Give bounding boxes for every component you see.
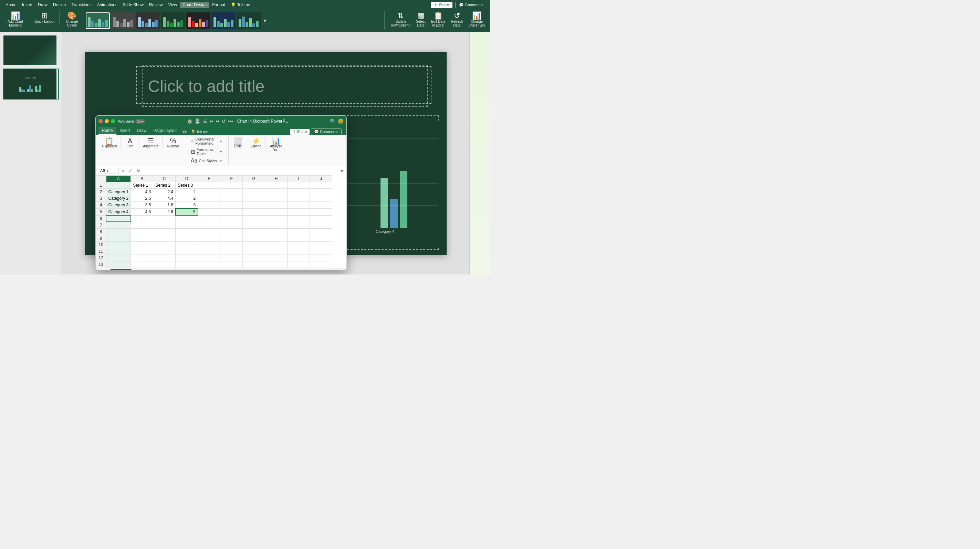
chart-style-6[interactable] (212, 13, 235, 29)
formula-cancel-icon[interactable]: ✕ (120, 168, 126, 173)
cell-e10[interactable] (198, 242, 220, 248)
chart-style-5[interactable] (186, 13, 210, 29)
cell-i5[interactable] (288, 208, 310, 215)
cell-e8[interactable] (198, 228, 220, 235)
cell-h6[interactable] (265, 215, 288, 222)
cell-g1[interactable] (243, 182, 265, 189)
cell-f3[interactable] (220, 195, 243, 202)
col-header-b[interactable]: B (131, 176, 153, 182)
excel-tab-draw[interactable]: Draw (134, 127, 150, 135)
cell-h9[interactable] (265, 235, 288, 242)
cell-c7[interactable] (153, 222, 176, 228)
add-sheet-button[interactable]: + (132, 270, 137, 271)
cell-j8[interactable] (310, 228, 332, 235)
cell-j3[interactable] (310, 195, 332, 202)
cell-f13[interactable] (220, 261, 243, 267)
col-header-a[interactable]: A (106, 176, 131, 182)
menu-tell-me[interactable]: 💡 Tell me (228, 2, 253, 8)
cell-h3[interactable] (265, 195, 288, 202)
cell-b5[interactable]: 4.5 (131, 208, 153, 215)
ppt-comments-button[interactable]: 💬 Comments (455, 2, 487, 8)
cell-b11[interactable] (131, 248, 153, 255)
cell-c9[interactable] (153, 235, 176, 242)
cell-d6[interactable] (176, 215, 198, 222)
slide-thumb-2[interactable]: 2 Chart Title (3, 68, 59, 100)
close-button[interactable] (99, 119, 103, 123)
emoji-excel-icon[interactable]: 😊 (338, 118, 344, 124)
menu-review[interactable]: Review (146, 2, 165, 8)
undo-icon[interactable]: ↩ (209, 118, 213, 124)
home-icon[interactable]: 🏠 (187, 118, 192, 124)
col-header-f[interactable]: F (220, 176, 243, 182)
cell-f2[interactable] (220, 189, 243, 195)
cell-g4[interactable] (243, 202, 265, 209)
cell-j12[interactable] (310, 255, 332, 261)
chart-style-2[interactable] (111, 13, 135, 29)
clipboard-button[interactable]: 📋 Clipboard (100, 136, 119, 149)
alignment-button[interactable]: ☰ Alignment (141, 136, 160, 149)
cell-h11[interactable] (265, 248, 288, 255)
cell-e3[interactable] (198, 195, 220, 202)
cell-i10[interactable] (288, 242, 310, 248)
cell-e5[interactable] (198, 208, 220, 215)
add-chart-element-button[interactable]: 📊 Add ChartElement (5, 11, 25, 28)
cell-i13[interactable] (288, 261, 310, 267)
cell-j6[interactable] (310, 215, 332, 222)
col-header-d[interactable]: D (176, 176, 198, 182)
cell-g11[interactable] (243, 248, 265, 255)
excel-tab-home[interactable]: Home (99, 127, 116, 135)
cell-c5[interactable]: 2.8 (153, 208, 176, 215)
menu-design[interactable]: Design (50, 2, 68, 8)
cell-g2[interactable] (243, 189, 265, 195)
cell-d11[interactable] (176, 248, 198, 255)
formula-expand-icon[interactable]: ▼ (339, 168, 344, 173)
cell-g6[interactable] (243, 215, 265, 222)
cell-f7[interactable] (220, 222, 243, 228)
switch-row-col-button[interactable]: ⇅ SwitchRow/Column (389, 11, 412, 28)
excel-share-button[interactable]: ⇧ Share (290, 129, 310, 135)
chart-style-7[interactable] (237, 13, 261, 29)
formula-input[interactable] (143, 169, 338, 173)
menu-animations[interactable]: Animations (94, 2, 120, 8)
cell-b7[interactable] (131, 222, 153, 228)
cell-d9[interactable] (176, 235, 198, 242)
menu-transitions[interactable]: Transitions (68, 2, 94, 8)
cell-d10[interactable] (176, 242, 198, 248)
spreadsheet[interactable]: A B C D E F G H I J (96, 175, 347, 268)
cell-i7[interactable] (288, 222, 310, 228)
search-excel-icon[interactable]: 🔍 (330, 118, 336, 124)
cell-b13[interactable] (131, 261, 153, 267)
cell-a4[interactable]: Category 3 (106, 202, 131, 209)
cell-j5[interactable] (310, 208, 332, 215)
cell-c11[interactable] (153, 248, 176, 255)
cell-i9[interactable] (288, 235, 310, 242)
cell-g12[interactable] (243, 255, 265, 261)
cell-f5[interactable] (220, 208, 243, 215)
cell-i1[interactable] (288, 182, 310, 189)
refresh-data-button[interactable]: ↺ RefreshData (449, 11, 465, 28)
cell-i6[interactable] (288, 215, 310, 222)
cell-j2[interactable] (310, 189, 332, 195)
more-excel-icon[interactable]: ••• (228, 118, 233, 124)
cell-g8[interactable] (243, 228, 265, 235)
cell-b3[interactable]: 2.5 (131, 195, 153, 202)
cell-a11[interactable] (106, 248, 131, 255)
cell-d4[interactable]: 3 (176, 202, 198, 209)
title-placeholder[interactable]: Click to add title (142, 65, 428, 107)
conditional-formatting-button[interactable]: ≡ Conditional Formatting ▾ (189, 136, 223, 146)
cell-a12[interactable] (106, 255, 131, 261)
cell-b10[interactable] (131, 242, 153, 248)
cell-i4[interactable] (288, 202, 310, 209)
cell-e12[interactable] (198, 255, 220, 261)
cell-f11[interactable] (220, 248, 243, 255)
cell-c10[interactable] (153, 242, 176, 248)
cell-i11[interactable] (288, 248, 310, 255)
cell-j9[interactable] (310, 235, 332, 242)
cell-b9[interactable] (131, 235, 153, 242)
cell-j13[interactable] (310, 261, 332, 267)
excel-tell-me[interactable]: 💡 Tell me (189, 129, 210, 135)
col-header-c[interactable]: C (153, 176, 176, 182)
cell-c3[interactable]: 4.4 (153, 195, 176, 202)
editing-button[interactable]: ⚡ Editing (249, 136, 263, 149)
cell-h1[interactable] (265, 182, 288, 189)
